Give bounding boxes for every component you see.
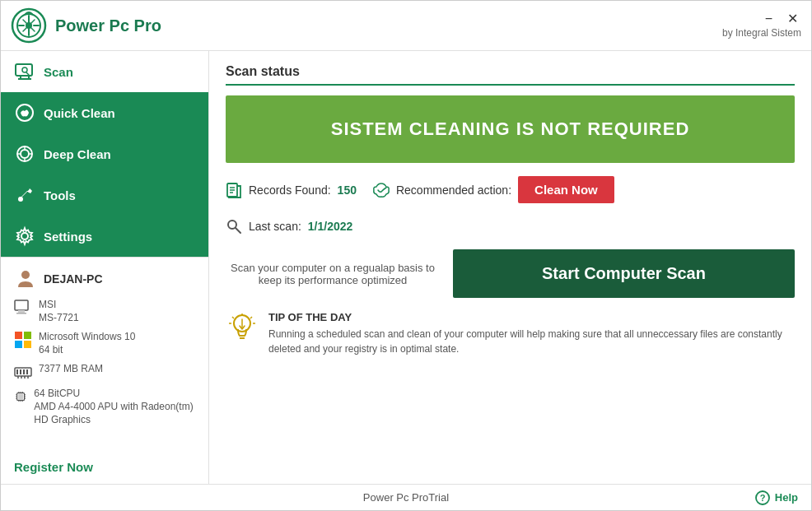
sys-user: DEJAN-PC	[14, 267, 195, 290]
footer: Power Pc ProTrial ? Help	[1, 484, 811, 510]
last-scan-label: Last scan:	[249, 220, 301, 233]
sys-item-ram: 7377 MB RAM	[14, 363, 195, 381]
computer-icon	[14, 299, 32, 317]
svg-rect-29	[23, 369, 25, 374]
sidebar: Scan Quick Clean	[1, 51, 209, 484]
help-label: Help	[775, 491, 798, 504]
sys-user-name: DEJAN-PC	[44, 272, 103, 286]
by-line: by Integral Sistem	[722, 27, 801, 39]
svg-point-2	[26, 22, 32, 29]
tip-box: TIP OF THE DAY Running a scheduled scan …	[226, 311, 795, 356]
tip-icon	[226, 311, 259, 350]
sys-ram-text: 7377 MB RAM	[39, 363, 103, 376]
recommended-block: Recommended action: Clean Now	[373, 176, 614, 203]
sidebar-item-settings[interactable]: Settings	[1, 216, 208, 257]
close-button[interactable]: ✕	[784, 12, 801, 26]
recommended-icon	[373, 182, 390, 198]
sys-item-cpu: 64 BitCPU AMD A4-4000 APU with Radeon(tm…	[14, 388, 195, 426]
sidebar-item-scan-label: Scan	[44, 65, 73, 79]
clean-now-button[interactable]: Clean Now	[518, 176, 614, 203]
last-scan-row: Last scan: 1/1/2022	[226, 216, 795, 236]
sidebar-item-deep-clean-label: Deep Clean	[44, 147, 111, 161]
sys-msi-text: MSI MS-7721	[39, 299, 79, 324]
svg-rect-27	[16, 369, 18, 374]
svg-line-59	[250, 317, 252, 318]
user-icon	[14, 267, 37, 290]
svg-rect-22	[15, 332, 22, 339]
deep-clean-icon	[14, 143, 35, 165]
sidebar-item-tools[interactable]: Tools	[1, 174, 208, 216]
register-now-link[interactable]: Register Now	[1, 450, 208, 484]
sidebar-item-quick-clean-label: Quick Clean	[44, 106, 115, 120]
sys-item-msi: MSI MS-7721	[14, 299, 195, 324]
sidebar-item-scan[interactable]: Scan	[1, 51, 208, 92]
app-title: Power Pc Pro	[55, 16, 161, 35]
records-label: Records Found:	[249, 183, 331, 197]
svg-rect-19	[15, 300, 28, 310]
scan-promo-text: Scan your computer on a regualар basis t…	[226, 262, 440, 286]
svg-point-7	[22, 67, 27, 72]
svg-rect-21	[16, 313, 26, 314]
info-row-records: Records Found: 150 Recommended action: C…	[226, 173, 795, 207]
scan-icon	[14, 61, 35, 82]
svg-rect-3	[16, 64, 32, 76]
tip-content: TIP OF THE DAY Running a scheduled scan …	[268, 311, 795, 356]
records-icon	[226, 182, 242, 198]
main-content: Scan Quick Clean	[1, 51, 811, 484]
svg-rect-28	[20, 369, 21, 374]
app-window: Power Pc Pro − ✕ by Integral Sistem	[0, 0, 812, 511]
svg-rect-25	[24, 341, 31, 348]
sidebar-item-quick-clean[interactable]: Quick Clean	[1, 92, 208, 133]
footer-center-text: Power Pc ProTrial	[363, 491, 449, 504]
quick-clean-icon	[14, 102, 35, 123]
records-value: 150	[338, 183, 357, 197]
start-scan-button[interactable]: Start Computer Scan	[453, 249, 795, 298]
svg-line-58	[232, 317, 234, 318]
svg-point-11	[21, 150, 29, 158]
window-controls: − ✕	[762, 12, 801, 26]
svg-point-17	[21, 233, 28, 239]
cpu-icon	[14, 388, 27, 406]
tools-icon	[14, 184, 35, 206]
svg-rect-20	[18, 310, 25, 313]
sys-cpu-text: 64 BitCPU AMD A4-4000 APU with Radeon(tm…	[34, 388, 195, 426]
sidebar-item-settings-label: Settings	[44, 230, 92, 244]
svg-point-16	[18, 197, 23, 202]
content-area: Scan status SISTEM CLEANING IS NOT REQUI…	[209, 51, 811, 484]
tip-text: Running a scheduled scan and clean of yo…	[268, 327, 795, 356]
lightbulb-icon	[226, 311, 259, 344]
svg-text:?: ?	[759, 493, 765, 503]
svg-line-8	[26, 72, 29, 75]
sys-os-text: Microsoft Windows 10 64 bit	[39, 331, 135, 356]
settings-icon	[14, 225, 35, 247]
svg-point-18	[21, 271, 30, 279]
status-banner: SISTEM CLEANING IS NOT REQUIRED	[226, 95, 795, 163]
sidebar-item-deep-clean[interactable]: Deep Clean	[1, 133, 208, 174]
scan-status-title: Scan status	[226, 64, 795, 86]
windows-icon	[14, 331, 32, 349]
ram-icon	[14, 363, 32, 381]
minimize-button[interactable]: −	[762, 12, 776, 26]
help-icon: ?	[755, 490, 770, 505]
sidebar-item-tools-label: Tools	[44, 188, 76, 202]
records-block: Records Found: 150	[226, 182, 357, 198]
title-bar-right: − ✕ by Integral Sistem	[722, 12, 801, 39]
svg-rect-24	[15, 341, 22, 348]
last-scan-value: 1/1/2022	[308, 220, 353, 233]
svg-line-54	[236, 228, 240, 233]
search-icon	[226, 218, 242, 235]
title-bar: Power Pc Pro − ✕ by Integral Sistem	[1, 1, 811, 51]
help-link[interactable]: ? Help	[755, 490, 798, 505]
title-bar-left: Power Pc Pro	[11, 7, 161, 44]
svg-rect-30	[26, 369, 28, 374]
app-logo	[11, 7, 47, 44]
tip-title: TIP OF THE DAY	[268, 311, 795, 323]
sys-item-os: Microsoft Windows 10 64 bit	[14, 331, 195, 356]
recommended-label: Recommended action:	[396, 183, 511, 197]
system-info: DEJAN-PC MSI MS-7721	[1, 257, 208, 450]
svg-rect-36	[18, 394, 23, 399]
scan-action-row: Scan your computer on a regualар basis t…	[226, 249, 795, 298]
svg-rect-23	[24, 332, 31, 339]
